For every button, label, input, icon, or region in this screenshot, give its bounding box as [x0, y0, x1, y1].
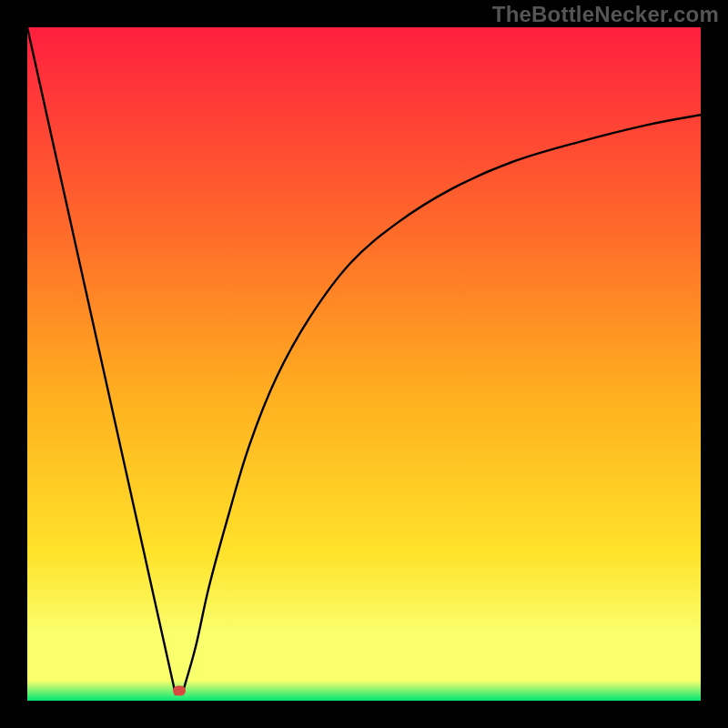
gradient-background: [27, 27, 701, 701]
watermark-text: TheBottleNecker.com: [492, 2, 719, 27]
plot-area: [27, 27, 701, 701]
plot-svg: [27, 27, 701, 701]
chart-frame: TheBottleNecker.com: [0, 0, 728, 728]
optimum-marker: [173, 685, 186, 695]
